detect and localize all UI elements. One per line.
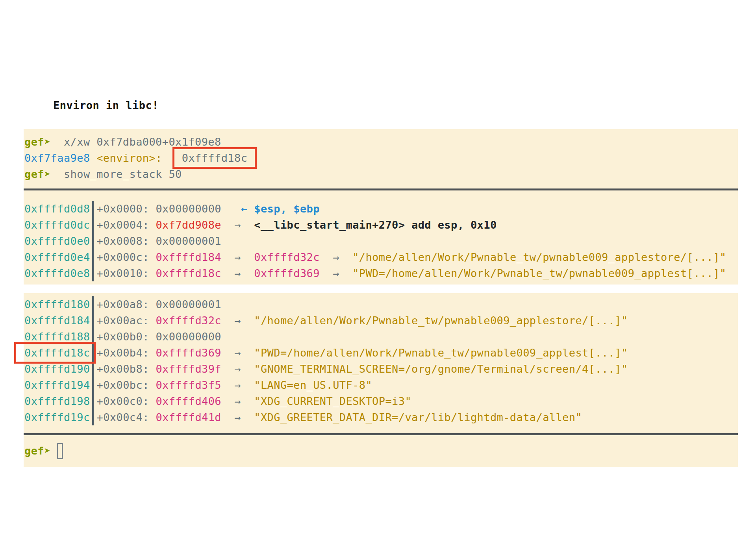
string-value: <environ>:: [96, 150, 162, 166]
text-segment: +0x0010:: [97, 265, 156, 281]
column-separator: [92, 377, 94, 393]
pointer-value: 0xffffd39f: [156, 361, 221, 377]
stack-address: 0xffffd198: [24, 393, 90, 409]
terminal-row: 0xffffd190+0x00b8: 0xffffd39f → "GNOME_T…: [24, 361, 738, 377]
terminal-row: 0xffffd0e4+0x000c: 0xffffd184 → 0xffffd3…: [24, 249, 738, 265]
libc-address: 0xf7faa9e8: [24, 150, 90, 166]
environ-value-highlight-box: 0xffffd18c: [175, 150, 254, 166]
text-segment: +0x00bc:: [97, 377, 156, 393]
text-segment: +0x0000: 0x00000000: [97, 201, 221, 217]
column-separator: [92, 296, 94, 312]
column-separator: [92, 361, 94, 377]
terminal-row: 0xffffd0dc+0x0004: 0xf7dd908e → <__libc_…: [24, 217, 738, 233]
code-address: 0xf7dd908e: [156, 217, 221, 233]
column-separator: [92, 393, 94, 409]
stack-address: 0xffffd190: [24, 361, 90, 377]
output-divider-bottom: [24, 433, 738, 435]
text-segment: show_more_stack 50: [51, 166, 182, 182]
column-separator: [92, 217, 94, 233]
column-separator: [92, 233, 94, 249]
pointer-value: 0xffffd32c: [156, 312, 221, 329]
column-separator: [92, 201, 94, 217]
text-segment: →: [221, 265, 254, 281]
terminal-input-line[interactable]: gef➤: [24, 441, 738, 461]
terminal-row: 0xffffd0e0+0x0008: 0x00000001: [24, 233, 738, 249]
gef-prompt-label: gef➤: [24, 166, 51, 182]
text-segment: →: [320, 265, 352, 281]
terminal-row: 0xffffd180+0x00a8: 0x00000001: [24, 296, 738, 312]
pointer-value: 0xffffd406: [156, 393, 221, 409]
stack-address: 0xffffd19c: [24, 409, 90, 425]
text-segment: +0x00c4:: [97, 409, 156, 425]
terminal-row: gef➤ show_more_stack 50: [24, 166, 738, 182]
terminal-row: 0xffffd184+0x00ac: 0xffffd32c → "/home/a…: [24, 312, 738, 329]
string-value: "LANG=en_US.UTF-8": [254, 377, 372, 393]
terminal-cursor[interactable]: [57, 443, 63, 459]
pointer-value: 0xffffd369: [254, 265, 320, 281]
text-segment: +0x0008: 0x00000001: [97, 233, 221, 249]
text-segment: →: [221, 217, 254, 233]
column-separator: [92, 249, 94, 265]
text-segment: +0x00b4:: [97, 345, 156, 361]
text-segment: [90, 150, 97, 166]
text-segment: x/xw 0xf7dba000+0x1f09e8: [51, 134, 221, 150]
terminal-row: 0xffffd188+0x00b0: 0x00000000: [24, 329, 738, 345]
stack-address: 0xffffd0dc: [24, 217, 90, 233]
string-value: "/home/allen/Work/Pwnable_tw/pwnable009_…: [254, 312, 628, 329]
string-value: "PWD=/home/allen/Work/Pwnable_tw/pwnable…: [352, 265, 726, 281]
text-segment: →: [221, 312, 254, 329]
text-segment: [162, 150, 175, 166]
terminal-row: gef➤ x/xw 0xf7dba000+0x1f09e8: [24, 134, 738, 150]
pointer-value: 0xffffd3f5: [156, 377, 221, 393]
terminal-row: 0xffffd198+0x00c0: 0xffffd406 → "XDG_CUR…: [24, 393, 738, 409]
terminal-row: 0xffffd18c+0x00b4: 0xffffd369 → "PWD=/ho…: [24, 345, 738, 361]
gef-prompt-label: gef➤: [24, 134, 51, 150]
text-segment: +0x0004:: [97, 217, 156, 233]
column-separator: [92, 345, 94, 361]
register-annotation: ← $esp, $ebp: [221, 201, 320, 217]
column-separator: [92, 409, 94, 425]
terminal-panel-commands: gef➤ x/xw 0xf7dba000+0x1f09e80xf7faa9e8 …: [24, 129, 738, 285]
disassembly-text: <__libc_start_main+270> add esp, 0x10: [254, 217, 497, 233]
pointer-value: 0xffffd18c: [156, 265, 221, 281]
terminal-row: 0xffffd0d8+0x0000: 0x00000000 ← $esp, $e…: [24, 201, 738, 217]
stack-address: 0xffffd188: [24, 329, 90, 345]
pointer-value: 0xffffd369: [156, 345, 221, 361]
text-segment: →: [221, 377, 254, 393]
text-segment: →: [221, 393, 254, 409]
pointer-value: 0xffffd184: [156, 249, 221, 265]
stack-address: 0xffffd0e0: [24, 233, 90, 249]
stack-dump-environ: 0xffffd180+0x00a8: 0x000000010xffffd184+…: [24, 296, 738, 425]
string-value: "GNOME_TERMINAL_SCREEN=/org/gnome/Termin…: [254, 361, 628, 377]
column-separator: [92, 329, 94, 345]
terminal-row: 0xffffd194+0x00bc: 0xffffd3f5 → "LANG=en…: [24, 377, 738, 393]
stack-dump-top: 0xffffd0d8+0x0000: 0x00000000 ← $esp, $e…: [24, 201, 738, 281]
text-segment: +0x00b0: 0x00000000: [97, 329, 221, 345]
pointer-value: 0xffffd32c: [254, 249, 320, 265]
text-segment: →: [320, 249, 352, 265]
text-segment: +0x00a8: 0x00000001: [97, 296, 221, 312]
text-segment: +0x00ac:: [97, 312, 156, 329]
terminal-row: 0xffffd0e8+0x0010: 0xffffd18c → 0xffffd3…: [24, 265, 738, 281]
stack-address: 0xffffd0e4: [24, 249, 90, 265]
string-value: "XDG_GREETER_DATA_DIR=/var/lib/lightdm-d…: [254, 409, 582, 425]
terminal-row: 0xf7faa9e8 <environ>: 0xffffd18c: [24, 150, 738, 166]
stack-address-highlight-box: 0xffffd18c: [24, 345, 90, 361]
text-segment: +0x00c0:: [97, 393, 156, 409]
string-value: "/home/allen/Work/Pwnable_tw/pwnable009_…: [352, 249, 726, 265]
stack-address: 0xffffd0d8: [24, 201, 90, 217]
terminal-panel-stack: 0xffffd180+0x00a8: 0x000000010xffffd184+…: [24, 293, 738, 467]
pointer-value: 0xffffd41d: [156, 409, 221, 425]
stack-address: 0xffffd194: [24, 377, 90, 393]
stack-address: 0xffffd0e8: [24, 265, 90, 281]
stack-address: 0xffffd180: [24, 296, 90, 312]
page-title: Environ in libc!: [53, 99, 159, 111]
output-divider-top: [24, 188, 738, 190]
column-separator: [92, 312, 94, 329]
stack-address: 0xffffd184: [24, 312, 90, 329]
text-segment: →: [221, 345, 254, 361]
text-segment: →: [221, 361, 254, 377]
string-value: "XDG_CURRENT_DESKTOP=i3": [254, 393, 411, 409]
string-value: "PWD=/home/allen/Work/Pwnable_tw/pwnable…: [254, 345, 628, 361]
text-segment: →: [221, 409, 254, 425]
